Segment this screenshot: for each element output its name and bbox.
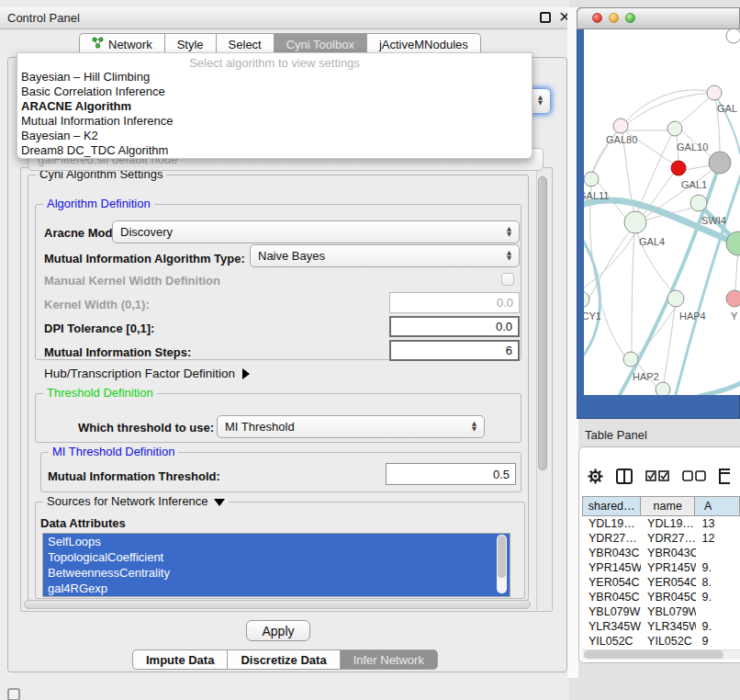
- deselect-checkboxes-icon[interactable]: [682, 470, 706, 482]
- select-all-checkboxes-icon[interactable]: [645, 470, 669, 482]
- mi-steps-field[interactable]: 6: [389, 340, 520, 361]
- split-view-icon[interactable]: [616, 469, 633, 484]
- table-cell: 8.: [696, 575, 740, 590]
- table-row[interactable]: YER054CYER054C8.: [582, 575, 740, 590]
- aracne-mode-combobox[interactable]: Discovery ▲▼: [112, 220, 520, 243]
- settings-vertical-scrollbar-thumb[interactable]: [538, 176, 547, 470]
- zoom-window-icon[interactable]: [625, 13, 635, 23]
- float-window-icon[interactable]: [540, 12, 551, 23]
- mi-steps-value: 6: [506, 344, 512, 357]
- combo-stepper-icon: ▲▼: [507, 227, 511, 237]
- network-icon: [92, 37, 104, 51]
- network-node-gal80[interactable]: [613, 119, 628, 133]
- tab-cyni-toolbox[interactable]: Cyni Toolbox: [274, 33, 366, 54]
- manual-kernel-width-checkbox[interactable]: [501, 273, 514, 286]
- kernel-width-value: 0.0: [497, 296, 513, 310]
- column-header-shared-name[interactable]: shared…: [582, 496, 640, 516]
- network-node-gal10[interactable]: [667, 121, 682, 136]
- table-cell: 13: [696, 516, 740, 531]
- algorithm-option[interactable]: Basic Correlation Inference: [17, 85, 532, 99]
- close-window-icon[interactable]: [592, 13, 602, 23]
- network-node-gal[interactable]: [707, 85, 722, 100]
- control-panel-tabs: NetworkStyleSelectCyni ToolboxjActiveMNo…: [79, 33, 481, 54]
- table-cell: 9.: [696, 560, 740, 575]
- algorithm-option[interactable]: ARACNE Algorithm: [17, 99, 532, 114]
- node-label: GAL: [717, 103, 737, 114]
- tab-jactivemnodules[interactable]: jActiveMNodules: [366, 33, 481, 54]
- table-cell: 9: [696, 634, 740, 649]
- node-label: HAP2: [633, 371, 659, 382]
- network-node-swi4[interactable]: [690, 195, 707, 211]
- bottom-tab-infer-network[interactable]: Infer Network: [340, 649, 438, 670]
- mi-threshold-field[interactable]: 0.5: [386, 463, 516, 485]
- table-row[interactable]: YBL079WYBL079W: [582, 604, 740, 619]
- network-node-gal11[interactable]: [584, 172, 599, 186]
- network-node[interactable]: [726, 29, 740, 43]
- network-node-y[interactable]: [726, 290, 740, 307]
- table-function-icon[interactable]: [719, 469, 730, 484]
- table-cell: YDR27…: [641, 531, 695, 546]
- tab-network[interactable]: Network: [79, 33, 164, 54]
- settings-horizontal-scrollbar-thumb[interactable]: [24, 600, 531, 609]
- tab-label: jActiveMNodules: [379, 38, 468, 51]
- dpi-tolerance-field[interactable]: 0.0: [389, 316, 520, 337]
- algorithm-option[interactable]: Mutual Information Inference: [17, 114, 532, 129]
- table-row[interactable]: YBR043CYBR043C: [582, 546, 740, 560]
- tab-label: Cyni Toolbox: [286, 38, 354, 51]
- data-attributes-list[interactable]: SelfLoopsTopologicalCoefficientBetweenne…: [42, 533, 510, 597]
- bottom-tab-discretize-data[interactable]: Discretize Data: [227, 649, 339, 670]
- table-row[interactable]: YIL052CYIL052C9: [582, 634, 740, 649]
- tab-style[interactable]: Style: [164, 33, 216, 54]
- data-attributes-label: Data Attributes: [40, 516, 126, 530]
- table-cell: 12: [696, 531, 740, 546]
- tab-select[interactable]: Select: [216, 33, 274, 54]
- mi-algorithm-type-combobox[interactable]: Naive Bayes ▲▼: [250, 244, 520, 267]
- network-node-hap2[interactable]: [623, 352, 638, 367]
- algorithm-option[interactable]: Bayesian – K2: [17, 129, 532, 143]
- algorithm-popup-items: Bayesian – Hill ClimbingBasic Correlatio…: [17, 70, 532, 158]
- attributes-scrollbar-thumb[interactable]: [498, 536, 506, 578]
- network-node-gal1[interactable]: [671, 161, 686, 175]
- table-cell: YLR345W: [641, 619, 695, 634]
- apply-button[interactable]: Apply: [246, 620, 310, 641]
- panel-grip-icon[interactable]: [7, 688, 20, 700]
- table-cell: YBR045C: [641, 590, 695, 604]
- node-table[interactable]: shared… name A YDL19…YDL19…13YDR27…YDR27…: [582, 496, 740, 650]
- network-node-gcy1[interactable]: [584, 291, 589, 308]
- network-node-gal4[interactable]: [624, 211, 646, 233]
- minimize-window-icon[interactable]: [609, 13, 619, 23]
- mi-threshold-label: Mutual Information Threshold:: [48, 469, 220, 483]
- algorithm-option[interactable]: Dream8 DC_TDC Algorithm: [17, 143, 532, 158]
- column-header-name[interactable]: name: [640, 496, 694, 516]
- network-node-hap4[interactable]: [667, 290, 684, 307]
- network-node[interactable]: [709, 152, 731, 174]
- bottom-tab-impute-data[interactable]: Impute Data: [132, 649, 227, 670]
- gear-icon[interactable]: [588, 469, 603, 484]
- column-header-partial[interactable]: A: [694, 496, 740, 516]
- table-body: YDL19…YDL19…13YDR27…YDR27…12YBR043CYBR04…: [582, 516, 740, 649]
- network-canvas[interactable]: GALGAL80GAL10GAL1GAL11SWI4GAL4GCY1HAP4YH…: [584, 29, 740, 395]
- table-cell: YER054C: [641, 575, 695, 590]
- hub-definition-expander[interactable]: Hub/Transcription Factor Definition: [44, 367, 250, 380]
- network-node[interactable]: [656, 382, 670, 395]
- algorithm-option[interactable]: Bayesian – Hill Climbing: [17, 70, 532, 85]
- table-row[interactable]: YDR27…YDR27…12: [582, 531, 740, 546]
- table-horizontal-scrollbar-thumb[interactable]: [584, 650, 723, 659]
- node-label: GAL4: [639, 236, 665, 247]
- attribute-list-item[interactable]: BetweennessCentrality: [43, 565, 510, 581]
- kernel-width-label: Kernel Width (0,1):: [44, 298, 150, 311]
- attribute-list-item[interactable]: gal4RGexp: [43, 581, 510, 596]
- table-row[interactable]: YBR045CYBR045C9.: [582, 590, 740, 604]
- table-row[interactable]: YPR145WYPR145W9.: [582, 560, 740, 575]
- table-cell: YBL079W: [582, 604, 641, 619]
- combo-stepper-icon: ▲▼: [507, 251, 511, 261]
- table-toolbar: [588, 463, 740, 489]
- sources-group-title: Sources for Network Inference: [43, 494, 229, 508]
- kernel-width-field[interactable]: 0.0: [389, 292, 520, 313]
- table-row[interactable]: YLR345WYLR345W9.: [582, 619, 740, 634]
- attribute-list-item[interactable]: SelfLoops: [43, 534, 510, 549]
- table-row[interactable]: YDL19…YDL19…13: [582, 516, 740, 531]
- which-threshold-combobox[interactable]: MI Threshold ▲▼: [217, 415, 485, 438]
- node-label: SWI4: [701, 215, 726, 226]
- attribute-list-item[interactable]: TopologicalCoefficient: [43, 549, 510, 565]
